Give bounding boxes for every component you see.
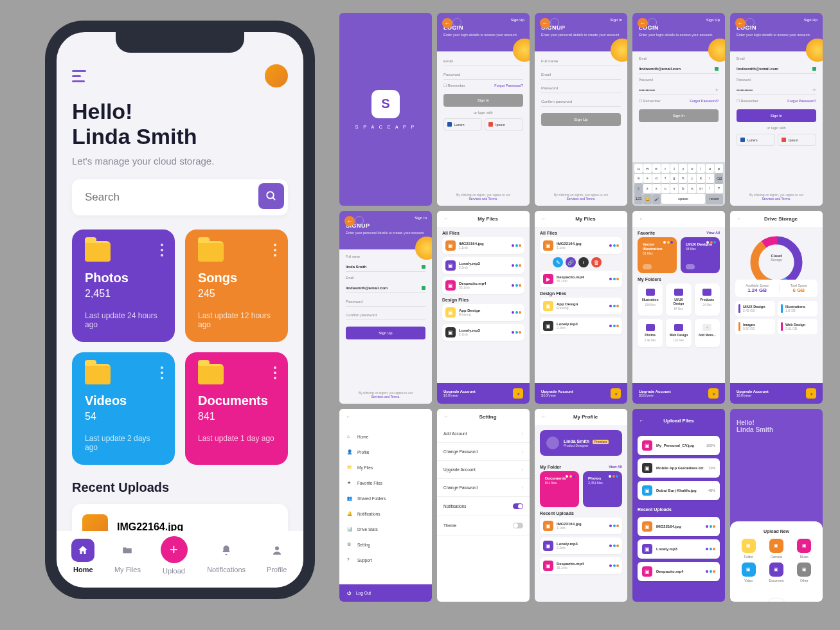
forgot-password-link[interactable]: Forgot Password?: [690, 99, 719, 103]
back-icon[interactable]: ←: [443, 216, 449, 222]
email-field[interactable]: Email: [541, 70, 621, 80]
email-field[interactable]: lindasmith@email.com: [639, 64, 719, 74]
viewall-link[interactable]: View All: [609, 465, 622, 469]
email-field[interactable]: lindasmith@email.com: [346, 284, 425, 293]
menu-item[interactable]: ★Favorite Files: [339, 475, 432, 491]
file-row[interactable]: ▣Lonely.mp32.2mb: [442, 324, 524, 341]
upload-type[interactable]: ▣Video: [737, 562, 760, 582]
folder-box[interactable]: Illustration158 files: [638, 284, 663, 316]
menu-item[interactable]: 👤Profile: [339, 444, 432, 460]
delete-action[interactable]: 🗑: [591, 257, 602, 267]
upload-row[interactable]: ▣Lonely.mp3: [638, 539, 720, 559]
folder-box[interactable]: UI/UX Design84 files: [666, 284, 691, 316]
upload-row[interactable]: ▣Mobile App Guidelines.txt72%: [638, 458, 720, 478]
logout-button[interactable]: ⏻Log Out: [339, 584, 432, 602]
upload-type[interactable]: ▣Other: [792, 562, 816, 582]
password-field[interactable]: Password: [443, 70, 523, 80]
nav-notifications[interactable]: Notifications: [207, 539, 246, 575]
file-row[interactable]: ▣IMG22164.jpg1.1mb: [540, 518, 622, 534]
signin-button[interactable]: Sign In: [737, 109, 816, 122]
viewall-link[interactable]: View All: [706, 231, 720, 235]
upgrade-banner[interactable]: Upgrade Account$10/year★: [632, 383, 725, 404]
folder-card[interactable]: Photos2,451 files: [583, 471, 622, 507]
back-button[interactable]: ←: [344, 216, 355, 226]
menu-icon[interactable]: [72, 70, 86, 82]
setting-theme[interactable]: Theme: [437, 516, 530, 536]
email-field[interactable]: Email: [443, 57, 523, 66]
info-action[interactable]: i: [578, 257, 589, 267]
confirm-field[interactable]: Confirm password: [541, 97, 621, 107]
forgot-password-link[interactable]: Forgot Password?: [494, 84, 523, 87]
nav-home[interactable]: Home: [71, 539, 94, 575]
back-icon[interactable]: ←: [639, 216, 644, 222]
search-button[interactable]: [258, 183, 284, 209]
avatar[interactable]: [265, 64, 288, 87]
back-button[interactable]: ←: [540, 18, 550, 28]
menu-item[interactable]: ?Support: [339, 552, 432, 568]
upload-row[interactable]: ▣Despacito.mp4: [638, 562, 720, 581]
toggle-switch[interactable]: [513, 503, 523, 509]
folder-box[interactable]: +Add More...: [695, 319, 720, 347]
social-ipsum[interactable]: Ipsum: [485, 118, 523, 130]
file-row[interactable]: ▣Despacito.mp435.1mb: [540, 557, 622, 574]
upgrade-banner[interactable]: Upgrade Account$10/year★: [730, 383, 823, 404]
signin-button[interactable]: Sign In: [639, 109, 719, 122]
signin-link[interactable]: Sign In: [415, 216, 427, 220]
upload-type[interactable]: ▣Music: [792, 539, 816, 559]
toggle-icon[interactable]: [643, 264, 652, 269]
email-field[interactable]: lindasmith@email.com: [737, 64, 816, 74]
back-icon[interactable]: ←: [346, 414, 351, 420]
file-row[interactable]: ▶Despacito.mp435.1mb: [540, 271, 622, 287]
setting-item[interactable]: Change Password›: [437, 479, 530, 497]
setting-notifications[interactable]: Notifications: [437, 497, 530, 516]
link-action[interactable]: 🔗: [566, 257, 576, 267]
back-icon[interactable]: ←: [443, 414, 449, 420]
upload-type[interactable]: ▣Camera: [764, 539, 788, 559]
upload-type[interactable]: ▣Document: [764, 562, 788, 582]
back-button[interactable]: ←: [735, 18, 746, 28]
signup-link[interactable]: Sign Up: [511, 18, 524, 22]
password-field[interactable]: ••••••••••••👁: [639, 86, 719, 95]
card-photos[interactable]: Photos 2,451 Last update 24 hours ago: [72, 230, 175, 342]
back-icon[interactable]: ←: [639, 418, 644, 424]
upload-row[interactable]: ▣My_Personal_CV.jpg100%: [638, 436, 720, 455]
favorite-card[interactable]: Vector Illustration52 files: [638, 237, 677, 273]
social-ipsum[interactable]: Ipsum: [778, 134, 816, 146]
terms-link[interactable]: Services and Terms.: [469, 197, 497, 201]
social-lorem[interactable]: Lorem: [443, 118, 482, 130]
keyboard[interactable]: qwertyuiop asdfghjkl⌫ ⇧zxcvbnm!? 123😀🎤sp…: [632, 162, 725, 206]
file-row[interactable]: ▣Lonely.mp32.2mb: [540, 537, 622, 554]
upload-row[interactable]: ▣Dubai Burj Khalifa.jpg48%: [638, 481, 720, 500]
password-field[interactable]: ••••••••••••👁: [737, 86, 816, 95]
file-row[interactable]: ▣Despacito.mp435.1mb: [442, 277, 524, 294]
folder-box[interactable]: Web Design102 files: [666, 319, 691, 347]
file-row[interactable]: ▣App DesignEntering: [442, 304, 524, 321]
signup-link[interactable]: Sign Up: [804, 18, 818, 22]
social-lorem[interactable]: Lorem: [737, 134, 775, 146]
remember-checkbox[interactable]: ☐ Remember: [443, 84, 465, 87]
folder-box[interactable]: Products24 files: [695, 284, 720, 316]
nav-profile[interactable]: Profile: [265, 539, 289, 575]
password-field[interactable]: Password: [541, 84, 621, 93]
file-row[interactable]: ▣Lonely.mp32.2mb: [540, 318, 622, 334]
menu-item[interactable]: 🔔Notifications: [339, 506, 432, 521]
favorite-card[interactable]: UI/UX Designs38 files: [681, 237, 720, 273]
edit-action[interactable]: ✎: [553, 257, 563, 267]
password-field[interactable]: Password: [346, 297, 425, 307]
back-icon[interactable]: ←: [541, 216, 546, 222]
toggle-switch[interactable]: [513, 523, 523, 528]
terms-link[interactable]: Services and Terms.: [566, 197, 595, 201]
menu-item[interactable]: 👥Shared Folders: [339, 491, 432, 506]
upgrade-banner[interactable]: Upgrade Account$10/year★: [437, 383, 530, 404]
forgot-password-link[interactable]: Forgot Password?: [787, 99, 816, 103]
more-icon[interactable]: [161, 244, 163, 256]
file-row[interactable]: ▣IMG22164.jpg1.1mb: [540, 237, 622, 254]
signup-button[interactable]: Sign Up: [541, 113, 621, 126]
signup-button[interactable]: Sign Up: [346, 327, 425, 339]
folder-card[interactable]: Documents841 files: [540, 471, 579, 507]
menu-item[interactable]: 📊Drive Stats: [339, 521, 432, 537]
nav-upload[interactable]: +Upload: [161, 539, 188, 575]
eye-icon[interactable]: 👁: [715, 88, 719, 92]
nav-files[interactable]: My Files: [114, 539, 141, 575]
fullname-field[interactable]: Full name: [541, 57, 621, 66]
